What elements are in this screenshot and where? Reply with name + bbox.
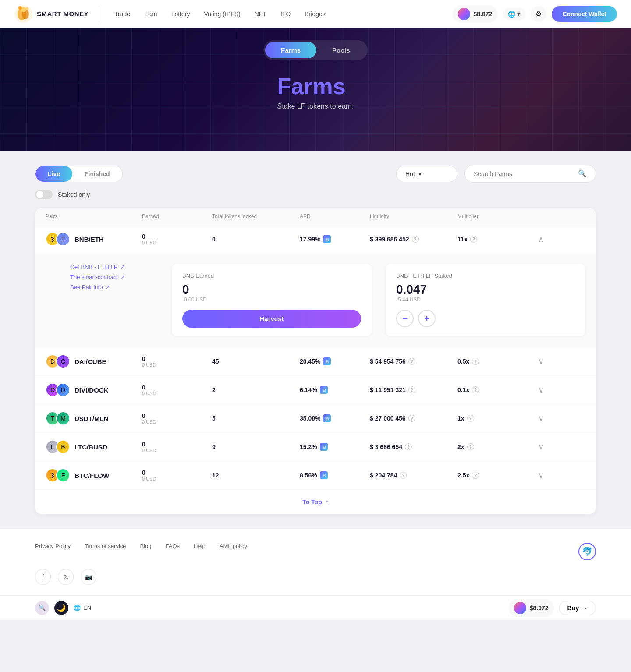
row-chevron-down[interactable]: ∨ (528, 470, 554, 480)
row-chevron-down[interactable]: ∨ (528, 357, 554, 366)
filter-row: Live Finished Hot ▾ 🔍 (35, 165, 596, 183)
connect-wallet-button[interactable]: Connect Wallet (552, 6, 617, 22)
earned-usd: 0 USD (142, 391, 212, 396)
table-row[interactable]: ₿ Ξ BNB/ETH 0 0 USD 0 17.99% ⊞ $ 399 686… (35, 225, 596, 253)
table-row[interactable]: T M USDT/MLN 0 0 USD 5 35.08% ⊞ $ 27 000… (35, 404, 596, 433)
apr-value: 6.14% (300, 386, 317, 393)
language-selector[interactable]: 🌐 ▾ (503, 8, 525, 20)
buy-button[interactable]: Buy → (559, 601, 596, 615)
liquidity-cell: $ 54 954 756 ? (370, 358, 457, 365)
get-lp-link[interactable]: Get BNB - ETH LP ↗ (70, 264, 158, 270)
sort-dropdown[interactable]: Hot ▾ (396, 166, 457, 182)
to-top-button[interactable]: To Top ↑ (35, 490, 596, 514)
nav-right: $8.072 🌐 ▾ ⚙ Connect Wallet (453, 5, 617, 23)
liquidity-info-icon[interactable]: ? (412, 236, 419, 243)
pair-icons: D D (46, 383, 70, 397)
token-icon (458, 8, 470, 20)
to-top-label: To Top (302, 499, 322, 506)
dark-mode-toggle[interactable]: 🌙 (54, 601, 68, 615)
pair-info-link[interactable]: See Pair info ↗ (70, 284, 158, 290)
pair-icons: T M (46, 411, 70, 425)
earned-cell: 0 0 USD (142, 384, 212, 396)
farms-table: Pairs Earned Total tokens locked APR Liq… (35, 208, 596, 514)
footer-aml[interactable]: AML policy (220, 543, 247, 560)
nav-bridges[interactable]: Bridges (298, 7, 331, 21)
flow-icon: F (56, 468, 70, 482)
live-tab[interactable]: Live (35, 166, 72, 182)
token-price-badge-bottom[interactable]: $8.072 (509, 599, 554, 617)
multiplier-value: 0.1x (457, 386, 469, 393)
stake-button[interactable]: + (418, 310, 436, 327)
row-chevron-up[interactable]: ∧ (528, 234, 554, 244)
footer-faqs[interactable]: FAQs (166, 543, 180, 560)
table-header: Pairs Earned Total tokens locked APR Liq… (35, 208, 596, 225)
finished-tab[interactable]: Finished (72, 166, 122, 182)
staked-usd: -5.44 USD (396, 297, 575, 303)
smart-contract-link[interactable]: The smart-contract ↗ (70, 274, 158, 280)
liquidity-value: $ 27 000 456 (370, 415, 406, 422)
liquidity-info-icon[interactable]: ? (408, 415, 415, 422)
search-icon-bottom[interactable]: 🔍 (35, 601, 49, 615)
apr-calculator-icon[interactable]: ⊞ (320, 471, 328, 479)
globe-icon-bottom: 🌐 (74, 605, 81, 611)
liquidity-info-icon[interactable]: ? (405, 443, 412, 450)
apr-calculator-icon[interactable]: ⊞ (320, 386, 328, 394)
multiplier-info-icon[interactable]: ? (467, 443, 474, 450)
bnb-earned-label: BNB Earned (182, 272, 361, 279)
apr-calculator-icon[interactable]: ⊞ (323, 235, 331, 243)
hero-tab-farms[interactable]: Farms (265, 42, 316, 58)
earned-usd: 0 USD (142, 419, 212, 424)
footer-privacy[interactable]: Privacy Policy (35, 543, 71, 560)
language-label: ▾ (517, 11, 520, 18)
pair-info-label: See Pair info (70, 284, 103, 290)
multiplier-info-icon[interactable]: ? (472, 358, 479, 365)
pair-name: BNB/ETH (74, 236, 104, 243)
facebook-icon[interactable]: f (35, 569, 51, 585)
earned-value: 0 (142, 441, 212, 448)
twitter-icon[interactable]: 𝕏 (58, 569, 74, 585)
search-input[interactable] (474, 170, 574, 177)
footer-terms[interactable]: Terms of service (85, 543, 126, 560)
row-chevron-down[interactable]: ∨ (528, 385, 554, 395)
multiplier-info-icon[interactable]: ? (472, 472, 479, 479)
table-row[interactable]: D D DIVI/DOCK 0 0 USD 2 6.14% ⊞ $ 11 951… (35, 376, 596, 404)
multiplier-info-icon[interactable]: ? (467, 415, 474, 422)
nav-lottery[interactable]: Lottery (165, 7, 196, 21)
nav-trade[interactable]: Trade (108, 7, 136, 21)
multiplier-info-icon[interactable]: ? (470, 236, 477, 243)
nav-earn[interactable]: Earn (138, 7, 163, 21)
liquidity-info-icon[interactable]: ? (408, 358, 415, 365)
harvest-button[interactable]: Harvest (182, 310, 361, 328)
bnb-earned-usd: -0.00 USD (182, 297, 361, 303)
footer-blog[interactable]: Blog (140, 543, 152, 560)
apr-calculator-icon[interactable]: ⊞ (320, 443, 328, 451)
settings-button[interactable]: ⚙ (531, 6, 546, 22)
bnb-earned-value: 0 (182, 283, 361, 297)
nav-ifo[interactable]: IFO (274, 7, 297, 21)
row-chevron-down[interactable]: ∨ (528, 442, 554, 452)
logo[interactable]: SMART MONEY (14, 4, 89, 24)
table-row[interactable]: ₿ F BTC/FLOW 0 0 USD 12 8.56% ⊞ $ 204 78… (35, 461, 596, 490)
token-price-badge[interactable]: $8.072 (453, 5, 498, 23)
gear-icon: ⚙ (535, 10, 542, 18)
row-chevron-down[interactable]: ∨ (528, 414, 554, 423)
apr-calculator-icon[interactable]: ⊞ (323, 357, 331, 365)
nav-voting[interactable]: Voting (IPFS) (198, 7, 246, 21)
multiplier-info-icon[interactable]: ? (472, 386, 479, 393)
table-row[interactable]: L B LTC/BUSD 0 0 USD 9 15.2% ⊞ $ 3 686 6… (35, 433, 596, 461)
footer-help[interactable]: Help (194, 543, 206, 560)
nav-nft[interactable]: NFT (248, 7, 273, 21)
hero-tab-pools[interactable]: Pools (316, 42, 366, 58)
locked-cell: 12 (212, 472, 300, 479)
language-btn-bottom[interactable]: 🌐 EN (74, 605, 91, 611)
apr-calculator-icon[interactable]: ⊞ (323, 414, 331, 422)
unstake-button[interactable]: − (396, 310, 414, 327)
apr-value: 8.56% (300, 472, 317, 479)
pair-name: DAI/CUBE (74, 358, 106, 365)
staked-only-toggle[interactable] (35, 190, 53, 199)
liquidity-info-icon[interactable]: ? (408, 386, 415, 393)
locked-cell: 2 (212, 386, 300, 393)
table-row[interactable]: D C DAI/CUBE 0 0 USD 45 20.45% ⊞ $ 54 95… (35, 347, 596, 376)
instagram-icon[interactable]: 📷 (81, 569, 96, 585)
liquidity-info-icon[interactable]: ? (400, 472, 407, 479)
